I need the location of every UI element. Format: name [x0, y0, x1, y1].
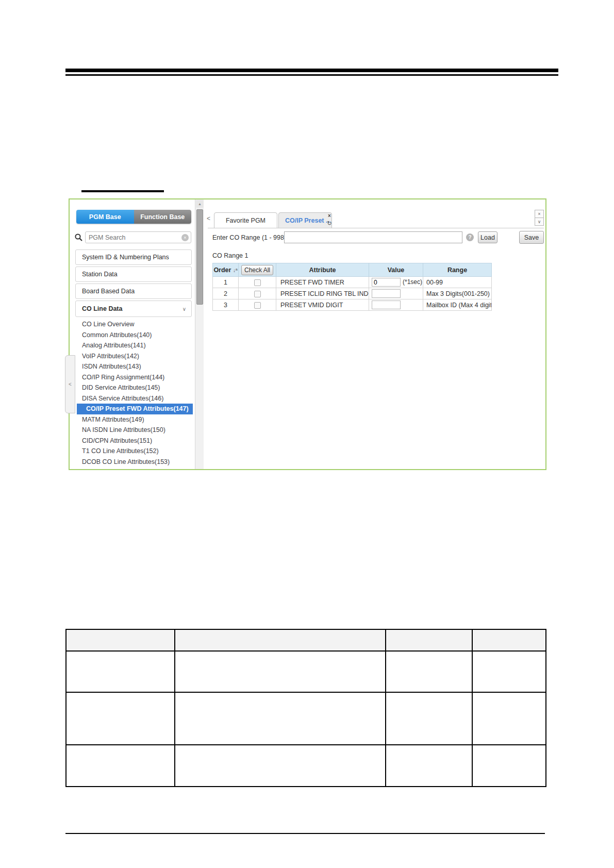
- sidebar-item-co-line-overview[interactable]: CO Line Overview: [70, 319, 195, 330]
- co-line-data-label: CO Line Data: [82, 305, 123, 312]
- sidebar-item-voip-attributes[interactable]: VoIP Attributes(142): [70, 351, 195, 362]
- row-checkbox[interactable]: [254, 279, 261, 286]
- sidebar-scrollbar[interactable]: ▲: [195, 199, 204, 469]
- doc-table-cell: [175, 692, 386, 745]
- doc-table-cell: [66, 692, 175, 745]
- doc-table-cell: [386, 651, 473, 692]
- col-header-value: Value: [369, 263, 423, 277]
- doc-table-cell: [472, 692, 546, 745]
- document-page: PGM Base Function Base × System ID & Num…: [0, 0, 614, 868]
- table-row: 2 PRESET ICLID RING TBL INDEX Max 3 Digi…: [213, 288, 492, 299]
- search-icon: [74, 233, 83, 242]
- doc-table-cell: [175, 629, 386, 651]
- sidebar-item-isdn-attributes[interactable]: ISDN Attributes(143): [70, 361, 195, 372]
- tab-pgm-base[interactable]: PGM Base: [76, 210, 134, 224]
- sidebar-item-t1-co-line-attributes[interactable]: T1 CO Line Attributes(152): [70, 446, 195, 457]
- tab-refresh-icon[interactable]: ↻: [326, 220, 333, 227]
- doc-table-header-row: [66, 629, 546, 651]
- top-rule-thick: [65, 69, 558, 72]
- sidebar-item-station-data[interactable]: Station Data: [75, 266, 192, 282]
- tab-coip-preset[interactable]: CO/IP Preset ...: [278, 212, 332, 228]
- checkbox-cell: [239, 299, 276, 311]
- scrollbar-thumb[interactable]: [196, 209, 203, 305]
- doc-table-row: [66, 692, 546, 745]
- sidebar-item-disa-service-attributes[interactable]: DISA Service Attributes(146): [70, 393, 195, 404]
- checkbox-cell: [239, 288, 276, 299]
- co-range-section-title: CO Range 1: [212, 252, 248, 259]
- co-line-sub-list: CO Line Overview Common Attributes(140) …: [70, 319, 195, 467]
- tab-strip-divider: [208, 228, 544, 228]
- tab-function-base[interactable]: Function Base: [134, 210, 192, 224]
- sidebar-item-coip-ring-assignment[interactable]: CO/IP Ring Assignment(144): [70, 372, 195, 383]
- value-input[interactable]: [372, 289, 401, 298]
- order-cell: 1: [213, 277, 239, 288]
- sidebar-item-common-attributes[interactable]: Common Attributes(140): [70, 330, 195, 341]
- search-box: ×: [85, 231, 191, 243]
- doc-table-cell: [66, 651, 175, 692]
- help-icon[interactable]: ?: [466, 233, 474, 241]
- co-range-input[interactable]: [284, 231, 462, 243]
- scroll-up-icon[interactable]: ▲: [196, 200, 204, 208]
- sidebar-item-analog-attributes[interactable]: Analog Attributes(141): [70, 340, 195, 351]
- sidebar-mode-tabs: PGM Base Function Base: [76, 210, 191, 224]
- range-cell: 00-99: [423, 277, 492, 288]
- col-header-order[interactable]: Order ↓ª: [213, 263, 239, 277]
- doc-table-cell: [386, 629, 473, 651]
- panel-close-icon[interactable]: ×: [535, 210, 544, 218]
- sort-ascending-icon: ↓ª: [233, 268, 238, 273]
- doc-table-cell: [175, 745, 386, 787]
- value-cell: [369, 288, 423, 299]
- col-header-attribute: Attribute: [276, 263, 369, 277]
- heading-underline: [81, 190, 164, 192]
- table-header-row: Order ↓ª Check All Attribute Value Range: [213, 263, 492, 277]
- doc-table-cell: [386, 745, 473, 787]
- sidebar-item-co-line-data[interactable]: CO Line Data ∨: [75, 301, 192, 317]
- chevron-down-icon: ∨: [182, 306, 186, 312]
- doc-table-cell: [472, 745, 546, 787]
- col-header-range: Range: [423, 263, 492, 277]
- doc-table-row: [66, 651, 546, 692]
- sidebar-item-matm-attributes[interactable]: MATM Attributes(149): [70, 414, 195, 425]
- top-rule-thin: [65, 74, 558, 76]
- attribute-cell: PRESET VMID DIGIT: [276, 299, 369, 311]
- attribute-cell: PRESET FWD TIMER: [276, 277, 369, 288]
- clear-search-icon[interactable]: ×: [181, 234, 189, 241]
- value-input[interactable]: [372, 301, 401, 309]
- panel-collapse-icon[interactable]: ∨: [535, 218, 544, 226]
- table-row: 1 PRESET FWD TIMER (*1sec) 00-99: [213, 277, 492, 288]
- order-cell: 2: [213, 288, 239, 299]
- value-input[interactable]: [372, 278, 401, 287]
- value-cell: (*1sec): [369, 277, 423, 288]
- row-checkbox[interactable]: [254, 291, 261, 297]
- doc-empty-table: [65, 629, 546, 787]
- sidebar-item-dcob-co-line-attributes[interactable]: DCOB CO Line Attributes(153): [70, 457, 195, 468]
- order-cell: 3: [213, 299, 239, 311]
- sidebar-item-na-isdn-line-attributes[interactable]: NA ISDN Line Attributes(150): [70, 425, 195, 436]
- search-input[interactable]: [89, 233, 176, 242]
- tab-close-icon[interactable]: ×: [326, 213, 333, 220]
- doc-table-cell: [66, 745, 175, 787]
- sidebar-collapse-handle[interactable]: <: [65, 355, 75, 413]
- save-button[interactable]: Save: [519, 231, 544, 244]
- sidebar-item-cid-cpn-attributes[interactable]: CID/CPN Attributes(151): [70, 436, 195, 446]
- sidebar-item-board-based-data[interactable]: Board Based Data: [75, 283, 192, 299]
- tab-scroll-left-icon[interactable]: <: [207, 215, 210, 222]
- doc-table-row: [66, 745, 546, 787]
- range-cell: Mailbox ID (Max 4 digit): [423, 299, 492, 311]
- panel-window-buttons: × ∨: [535, 210, 544, 226]
- checkbox-cell: [239, 277, 276, 288]
- tab-favorite-pgm[interactable]: Favorite PGM: [214, 212, 277, 228]
- value-unit-label: (*1sec): [403, 278, 422, 286]
- pgm-search-row: ×: [74, 231, 192, 244]
- chevron-left-icon: <: [69, 381, 72, 387]
- doc-table-cell: [66, 629, 175, 651]
- load-button[interactable]: Load: [478, 231, 497, 243]
- doc-table-cell: [386, 692, 473, 745]
- check-all-button[interactable]: Check All: [241, 265, 273, 275]
- value-cell: [369, 299, 423, 311]
- sidebar-item-did-service-attributes[interactable]: DID Service Attributes(145): [70, 382, 195, 393]
- row-checkbox[interactable]: [254, 302, 261, 309]
- sidebar-item-system-id[interactable]: System ID & Numbering Plans: [75, 249, 192, 265]
- sidebar-item-coip-preset-fwd-attributes-selected[interactable]: CO/IP Preset FWD Attributes(147): [77, 404, 193, 414]
- co-range-label: Enter CO Range (1 - 998) :: [212, 234, 290, 241]
